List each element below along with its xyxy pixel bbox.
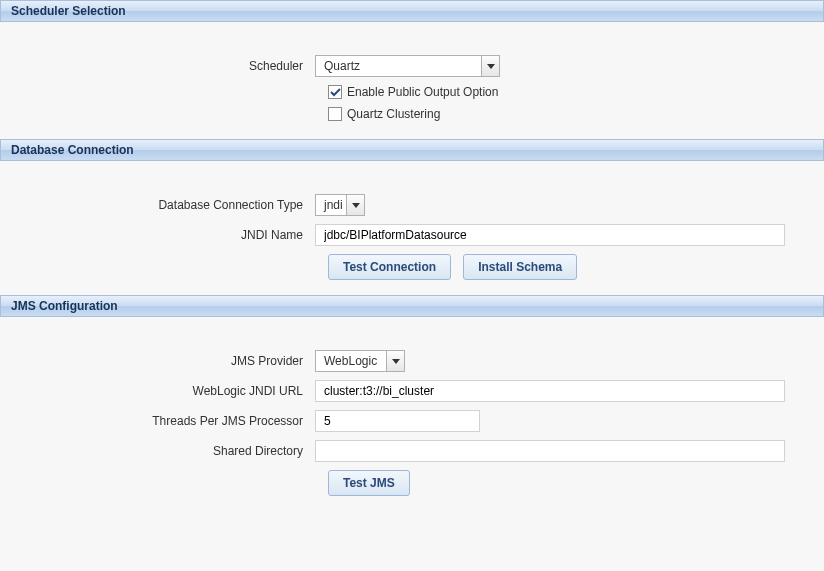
label-jndi-name: JNDI Name bbox=[10, 228, 315, 242]
input-shared-directory[interactable] bbox=[315, 440, 785, 462]
checkbox-enable-public-output[interactable] bbox=[328, 85, 342, 99]
select-db-connection-type-value: jndi bbox=[316, 195, 346, 215]
label-jms-provider: JMS Provider bbox=[10, 354, 315, 368]
select-jms-provider-value: WebLogic bbox=[316, 351, 386, 371]
label-scheduler: Scheduler bbox=[10, 59, 315, 73]
select-jms-provider[interactable]: WebLogic bbox=[315, 350, 405, 372]
label-shared-directory: Shared Directory bbox=[10, 444, 315, 458]
install-schema-button[interactable]: Install Schema bbox=[463, 254, 577, 280]
label-db-connection-type: Database Connection Type bbox=[10, 198, 315, 212]
section-body-database: Database Connection Type jndi JNDI Name … bbox=[0, 161, 824, 295]
input-jndi-name[interactable] bbox=[315, 224, 785, 246]
chevron-down-icon bbox=[346, 195, 364, 215]
select-scheduler-value: Quartz bbox=[316, 56, 481, 76]
select-scheduler[interactable]: Quartz bbox=[315, 55, 500, 77]
test-jms-button[interactable]: Test JMS bbox=[328, 470, 410, 496]
section-body-scheduler: Scheduler Quartz Enable Public Output Op… bbox=[0, 22, 824, 139]
chevron-down-icon bbox=[481, 56, 499, 76]
input-weblogic-jndi-url[interactable] bbox=[315, 380, 785, 402]
section-header-scheduler: Scheduler Selection bbox=[0, 0, 824, 22]
checkbox-quartz-clustering[interactable] bbox=[328, 107, 342, 121]
select-db-connection-type[interactable]: jndi bbox=[315, 194, 365, 216]
section-header-database: Database Connection bbox=[0, 139, 824, 161]
label-weblogic-jndi-url: WebLogic JNDI URL bbox=[10, 384, 315, 398]
section-body-jms: JMS Provider WebLogic WebLogic JNDI URL … bbox=[0, 317, 824, 511]
input-threads-per-processor[interactable] bbox=[315, 410, 480, 432]
test-connection-button[interactable]: Test Connection bbox=[328, 254, 451, 280]
chevron-down-icon bbox=[386, 351, 404, 371]
label-threads-per-processor: Threads Per JMS Processor bbox=[10, 414, 315, 428]
label-enable-public-output: Enable Public Output Option bbox=[347, 85, 498, 99]
label-quartz-clustering: Quartz Clustering bbox=[347, 107, 440, 121]
section-header-jms: JMS Configuration bbox=[0, 295, 824, 317]
